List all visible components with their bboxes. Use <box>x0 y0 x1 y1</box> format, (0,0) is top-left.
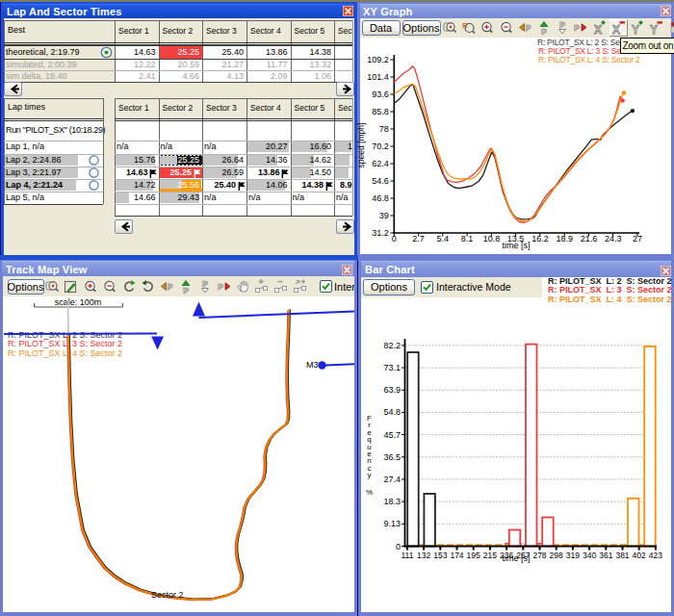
svg-text:45.7: 45.7 <box>383 430 401 440</box>
svg-text:time [s]: time [s] <box>502 553 530 563</box>
svg-text:340: 340 <box>583 551 596 560</box>
svg-text:27.4: 27.4 <box>383 475 401 484</box>
svg-text:36.5: 36.5 <box>383 452 401 462</box>
svg-text:63.9: 63.9 <box>383 385 401 395</box>
svg-text:319: 319 <box>566 551 580 560</box>
svg-text:111: 111 <box>401 551 413 560</box>
svg-text:0: 0 <box>396 542 401 552</box>
svg-text:54.8: 54.8 <box>383 407 401 417</box>
svg-text:73.1: 73.1 <box>383 363 401 372</box>
svg-text:153: 153 <box>433 551 447 560</box>
svg-text:278: 278 <box>532 551 546 560</box>
svg-text:%: % <box>366 488 373 497</box>
svg-text:215: 215 <box>483 551 497 560</box>
svg-text:132: 132 <box>417 551 430 560</box>
svg-text:y: y <box>368 471 372 479</box>
svg-text:298: 298 <box>550 551 563 560</box>
svg-text:402: 402 <box>633 551 646 560</box>
svg-text:361: 361 <box>599 551 612 560</box>
svg-text:423: 423 <box>649 551 662 560</box>
svg-text:381: 381 <box>615 551 629 560</box>
svg-text:174: 174 <box>450 551 463 560</box>
svg-text:195: 195 <box>467 551 480 560</box>
svg-text:82.2: 82.2 <box>383 341 401 350</box>
svg-text:18.3: 18.3 <box>383 497 401 506</box>
svg-text:9.13: 9.13 <box>383 519 401 528</box>
